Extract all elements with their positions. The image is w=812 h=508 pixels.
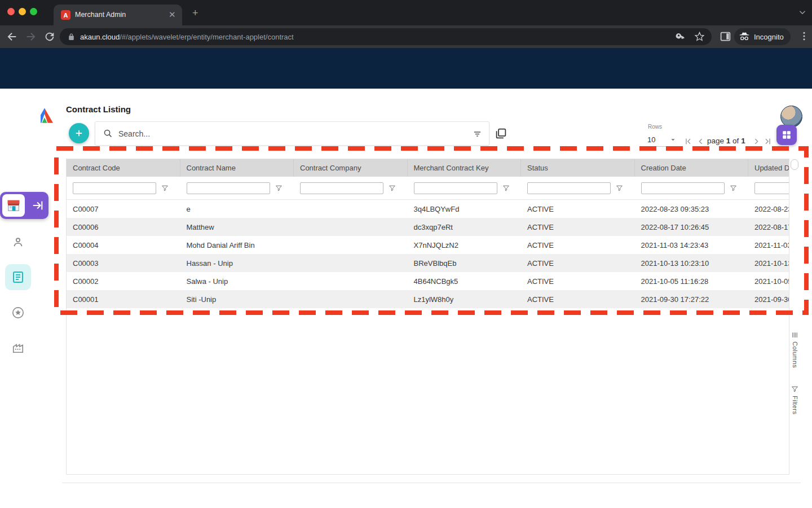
column-filter-input[interactable] [527, 182, 611, 194]
column-filter-cell [67, 182, 180, 194]
sidebar-item-contracts-selected[interactable] [5, 264, 31, 290]
screen: A Merchant Admin ✕ + akaun.cloud/#/apple… [0, 0, 812, 508]
column-header[interactable]: Contract Code [67, 159, 180, 177]
forward-icon[interactable] [25, 30, 37, 43]
bookmark-star-icon[interactable] [694, 31, 705, 42]
contract-table: Contract CodeContract NameContract Compa… [66, 159, 789, 475]
column-filter-input[interactable] [414, 182, 497, 194]
column-filter-input[interactable] [641, 182, 725, 194]
table-cell: BReVBlbqEb [408, 259, 522, 268]
grid-view-button[interactable] [776, 125, 797, 145]
sidebar-item-favorites[interactable] [12, 306, 24, 319]
content-bottom-divider [62, 483, 801, 483]
sidebar-item-company[interactable] [12, 341, 24, 354]
table-cell: 2021-10-13 10:23:10 [748, 259, 789, 268]
url-path: /#/applets/wavelet/erp/entity/merchant-a… [120, 33, 294, 41]
filter-funnel-icon[interactable] [730, 185, 737, 192]
table-row[interactable]: C00006Matthewdc3xqp7eRtACTIVE2022-08-17 … [67, 218, 789, 236]
filter-funnel-icon[interactable] [502, 185, 510, 192]
table-cell: X7nNJQLzN2 [408, 241, 522, 249]
table-row[interactable]: C00004Mohd Danial Ariff BinX7nNJQLzN2ACT… [67, 236, 789, 254]
browser-tab[interactable]: A Merchant Admin ✕ [54, 5, 182, 25]
tab-close-icon[interactable]: ✕ [169, 10, 176, 20]
column-filter-input[interactable] [187, 182, 270, 194]
column-header[interactable]: Updated Date [748, 159, 789, 177]
filter-funnel-icon[interactable] [161, 185, 169, 192]
search-input[interactable]: Search... [95, 121, 489, 146]
table-row[interactable]: C00002Salwa - Unip4B64NCBgk5ACTIVE2021-1… [67, 272, 789, 290]
table-cell: Salwa - Unip [180, 277, 294, 286]
side-panel-icon[interactable] [720, 30, 731, 42]
filters-funnel-icon [791, 386, 798, 393]
next-page-icon[interactable] [752, 137, 761, 146]
table-cell: 2022-08-17 10:26:45 [635, 223, 749, 231]
browser-menu-icon[interactable] [798, 30, 810, 42]
sidebar-item-merchant-applet[interactable] [0, 192, 48, 219]
filter-funnel-icon[interactable] [389, 185, 396, 192]
lock-icon [68, 33, 75, 41]
page-title: Contract Listing [66, 104, 131, 114]
page-current: 1 [726, 137, 731, 145]
columns-icon [791, 331, 798, 339]
close-window-button[interactable] [7, 8, 15, 15]
column-filter-input[interactable] [73, 182, 156, 194]
first-page-icon[interactable] [683, 137, 693, 146]
search-icon [103, 129, 113, 138]
tab-search-chevron-icon[interactable] [797, 7, 807, 17]
new-tab-button[interactable]: + [192, 7, 198, 19]
table-cell: ACTIVE [521, 241, 635, 249]
address-bar[interactable]: akaun.cloud/#/applets/wavelet/erp/entity… [60, 28, 712, 45]
table-row[interactable]: C00007e3q4LBQYwFdACTIVE2022-08-23 09:35:… [67, 200, 789, 218]
chevron-down-icon [670, 137, 676, 143]
table-cell: 4B64NCBgk5 [408, 277, 522, 286]
column-header[interactable]: Creation Date [635, 159, 749, 177]
column-header[interactable]: Status [521, 159, 635, 177]
back-icon[interactable] [6, 30, 18, 43]
tab-favicon: A [61, 10, 70, 20]
table-cell: 2021-10-05 11:16:28 [748, 277, 789, 286]
duplicate-view-icon[interactable] [495, 128, 507, 139]
filter-funnel-icon[interactable] [616, 185, 623, 192]
table-row[interactable]: C00001Siti -UnipLz1ylW8h0yACTIVE2021-09-… [67, 290, 789, 308]
minimize-window-button[interactable] [19, 8, 26, 15]
password-key-icon[interactable] [676, 31, 686, 42]
table-cell: 2021-09-30 17:27:22 [748, 295, 789, 304]
table-cell: C00003 [67, 259, 180, 268]
table-cell: 2021-09-30 17:27:22 [635, 295, 749, 304]
last-page-icon[interactable] [763, 137, 773, 146]
sidebar-item-users[interactable] [12, 236, 24, 248]
table-side-panel-tabs: Columns Filters [789, 159, 802, 475]
previous-page-icon[interactable] [696, 137, 705, 146]
enter-arrow-icon [32, 199, 44, 212]
table-cell: ACTIVE [521, 295, 635, 304]
column-filter-input[interactable] [754, 182, 789, 194]
column-filter-cell [748, 182, 789, 194]
filter-lines-icon[interactable] [473, 129, 482, 139]
table-cell: Lz1ylW8h0y [408, 295, 522, 304]
tab-filters[interactable]: Filters [791, 386, 798, 414]
grid-icon [782, 130, 792, 140]
incognito-label: Incognito [754, 33, 784, 41]
tab-columns[interactable]: Columns [791, 331, 798, 368]
vertical-scrollbar-thumb[interactable] [791, 159, 798, 170]
table-cell: Siti -Unip [180, 295, 294, 304]
filter-funnel-icon[interactable] [275, 185, 283, 192]
contract-list-icon [11, 270, 25, 284]
reload-icon[interactable] [43, 30, 56, 43]
add-contract-button[interactable] [69, 123, 89, 143]
table-cell: Mohd Danial Ariff Bin [180, 241, 294, 249]
maximize-window-button[interactable] [30, 8, 37, 15]
search-placeholder: Search... [118, 129, 150, 138]
column-header[interactable]: Contract Name [180, 159, 294, 177]
table-cell: 2022-08-23 09:35:23 [748, 205, 789, 213]
incognito-icon [739, 31, 750, 42]
table-cell: 3q4LBQYwFd [408, 205, 522, 213]
rows-per-page-value: 10 [647, 135, 655, 144]
column-header[interactable]: Merchant Contract Key [408, 159, 522, 177]
column-filter-input[interactable] [300, 182, 383, 194]
column-header[interactable]: Contract Company [294, 159, 408, 177]
rows-per-page-select[interactable]: 10 [646, 133, 678, 147]
table-cell: 2021-11-03 14:23:43 [635, 241, 749, 249]
browser-toolbar: akaun.cloud/#/applets/wavelet/erp/entity… [0, 25, 812, 48]
table-row[interactable]: C00003Hassan - UnipBReVBlbqEbACTIVE2021-… [67, 254, 789, 272]
